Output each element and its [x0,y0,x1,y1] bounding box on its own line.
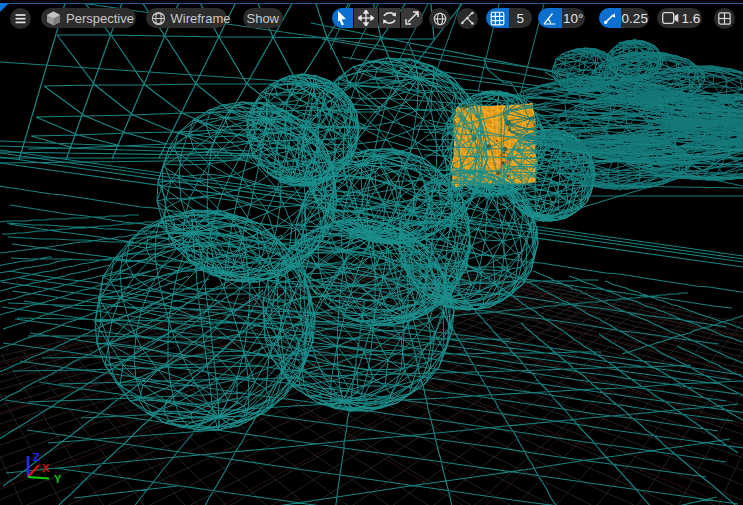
svg-text:X: X [42,462,50,474]
svg-text:Y: Y [54,473,62,485]
svg-text:Z: Z [33,451,40,463]
